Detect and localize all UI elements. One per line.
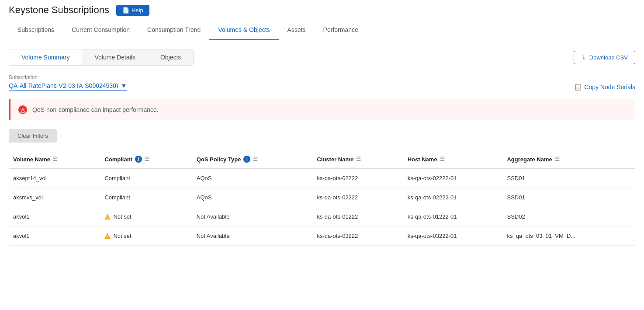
sub-tab-objects[interactable]: Objects (148, 49, 193, 65)
filter-icon-volume-name[interactable]: ☰ (53, 156, 58, 162)
cell-host-name: ks-qa-ots-02222-01 (403, 168, 503, 188)
sub-tab-volume-details[interactable]: Volume Details (82, 49, 148, 65)
sub-tabs: Volume Summary Volume Details Objects (9, 49, 194, 66)
cell-cluster-name: ks-qa-ots-02222 (312, 188, 403, 207)
filter-icon-qos[interactable]: ☰ (253, 156, 258, 162)
warning-triangle-icon (104, 233, 111, 239)
cell-compliant: Not set (100, 207, 192, 226)
tab-volumes-objects[interactable]: Volumes & Objects (209, 20, 278, 40)
cell-compliant: Compliant (100, 188, 192, 207)
cell-aggregate-name: SSD01 (502, 188, 635, 207)
col-header-qos-policy-type: QoS Policy Type i ☰ (192, 150, 313, 168)
cell-volume-name: akvol1 (9, 226, 100, 246)
cell-aggregate-name: ks_qa_ots_03_01_VM_D... (502, 226, 635, 246)
col-header-volume-name: Volume Name ☰ (9, 150, 100, 168)
info-icon-compliant[interactable]: i (135, 156, 142, 163)
volume-table: Volume Name ☰ Compliant i ☰ QoS Po (9, 150, 635, 246)
cell-host-name: ks-qa-ots-02222-01 (403, 188, 503, 207)
cell-aggregate-name: SSD01 (502, 168, 635, 188)
cell-volume-name: akvol1 (9, 207, 100, 226)
cell-qos-policy-type: Not Available (192, 226, 313, 246)
table-row: akvol1Not setNot Availableks-qa-ots-0322… (9, 226, 635, 246)
clear-filters-button[interactable]: Clear Filters (9, 129, 57, 143)
cell-volume-name: aksept14_vol (9, 168, 100, 188)
chevron-down-icon: ▼ (121, 82, 127, 89)
cell-volume-name: aksrcvs_vol (9, 188, 100, 207)
filter-icon-cluster-name[interactable]: ☰ (356, 156, 361, 162)
subscription-dropdown[interactable]: QA-All-RatePlans-V2-03 (A-S00024530) ▼ (9, 82, 127, 91)
alert-banner: △ QoS non-compliance can impact performa… (9, 99, 635, 120)
cell-qos-policy-type: Not Available (192, 207, 313, 226)
table-row: aksrcvs_volCompliantAQoSks-qa-ots-02222k… (9, 188, 635, 207)
cell-compliant: Not set (100, 226, 192, 246)
subscription-selector: Subscription QA-All-RatePlans-V2-03 (A-S… (9, 74, 127, 91)
app-header: Keystone Subscriptions 📄 Help (0, 0, 644, 16)
table-header-row: Volume Name ☰ Compliant i ☰ QoS Po (9, 150, 635, 168)
app-title: Keystone Subscriptions (9, 4, 109, 16)
table-row: aksept14_volCompliantAQoSks-qa-ots-02222… (9, 168, 635, 188)
table-wrapper: Volume Name ☰ Compliant i ☰ QoS Po (9, 150, 635, 246)
filter-icon-aggregate-name[interactable]: ☰ (555, 156, 560, 162)
tab-current-consumption[interactable]: Current Consumption (63, 20, 138, 40)
help-icon: 📄 (122, 7, 129, 14)
nav-tabs: Subscriptions Current Consumption Consum… (0, 20, 644, 40)
download-csv-button[interactable]: ⭳ Download CSV (574, 51, 635, 64)
cell-qos-policy-type: AQoS (192, 168, 313, 188)
table-row: akvol1Not setNot Availableks-qa-ots-0122… (9, 207, 635, 226)
col-header-cluster-name: Cluster Name ☰ (312, 150, 403, 168)
help-button[interactable]: 📄 Help (116, 5, 149, 16)
main-content: Volume Summary Volume Details Objects ⭳ … (0, 40, 644, 246)
col-header-aggregate-name: Aggregate Name ☰ (502, 150, 635, 168)
download-icon: ⭳ (581, 54, 587, 61)
cell-host-name: ks-qa-ots-01222-01 (403, 207, 503, 226)
cell-cluster-name: ks-qa-ots-03222 (312, 226, 403, 246)
subscription-label: Subscription (9, 74, 127, 80)
cell-qos-policy-type: AQoS (192, 188, 313, 207)
subscription-row: Subscription QA-All-RatePlans-V2-03 (A-S… (9, 74, 635, 91)
cell-aggregate-name: SSD02 (502, 207, 635, 226)
tab-subscriptions[interactable]: Subscriptions (9, 20, 63, 40)
copy-icon: 📋 (574, 84, 582, 91)
col-header-compliant: Compliant i ☰ (100, 150, 192, 168)
cell-cluster-name: ks-qa-ots-01222 (312, 207, 403, 226)
info-icon-qos[interactable]: i (243, 156, 250, 163)
tab-performance[interactable]: Performance (315, 20, 367, 40)
tab-consumption-trend[interactable]: Consumption Trend (138, 20, 209, 40)
cell-compliant: Compliant (100, 168, 192, 188)
warning-triangle-icon (104, 214, 111, 219)
sub-tab-volume-summary[interactable]: Volume Summary (9, 49, 82, 65)
sub-tabs-row: Volume Summary Volume Details Objects ⭳ … (9, 49, 635, 66)
cell-host-name: ks-qa-ots-03222-01 (403, 226, 503, 246)
cell-cluster-name: ks-qa-ots-02222 (312, 168, 403, 188)
col-header-host-name: Host Name ☰ (403, 150, 503, 168)
alert-message: QoS non-compliance can impact performanc… (32, 106, 159, 113)
filter-icon-compliant[interactable]: ☰ (145, 156, 149, 162)
subscription-value: QA-All-RatePlans-V2-03 (A-S00024530) (9, 82, 118, 89)
filter-icon-host-name[interactable]: ☰ (440, 156, 445, 162)
alert-warning-icon: △ (18, 105, 27, 114)
copy-node-serials-button[interactable]: 📋 Copy Node Serials (574, 84, 635, 91)
tab-assets[interactable]: Assets (279, 20, 315, 40)
